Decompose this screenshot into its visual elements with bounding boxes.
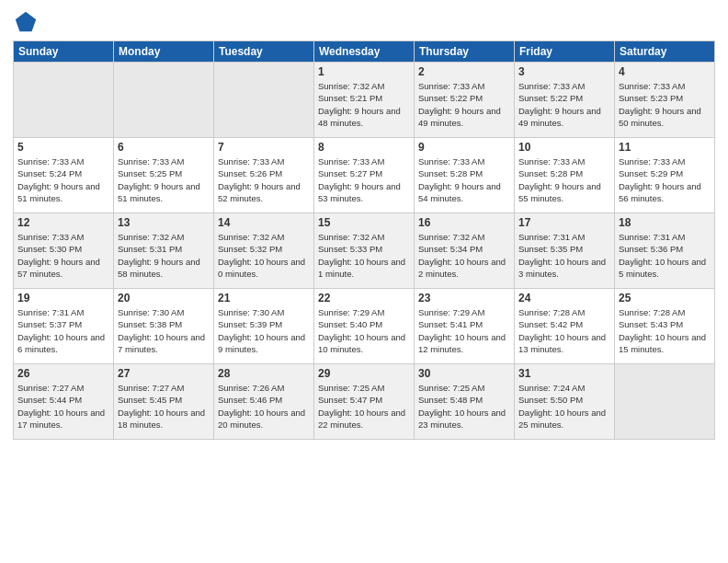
calendar-cell: 2Sunrise: 7:33 AM Sunset: 5:22 PM Daylig… xyxy=(415,63,515,138)
day-number: 17 xyxy=(518,216,610,229)
day-number: 18 xyxy=(619,216,711,229)
day-info: Sunrise: 7:25 AM Sunset: 5:48 PM Dayligh… xyxy=(418,382,510,431)
calendar-cell: 28Sunrise: 7:26 AM Sunset: 5:46 PM Dayli… xyxy=(214,364,314,440)
day-number: 9 xyxy=(418,141,510,154)
calendar-cell: 9Sunrise: 7:33 AM Sunset: 5:28 PM Daylig… xyxy=(415,138,515,213)
logo-icon xyxy=(13,9,39,35)
calendar-cell: 22Sunrise: 7:29 AM Sunset: 5:40 PM Dayli… xyxy=(314,289,415,364)
calendar-cell: 4Sunrise: 7:33 AM Sunset: 5:23 PM Daylig… xyxy=(615,63,715,138)
day-number: 24 xyxy=(518,292,610,304)
header xyxy=(13,9,715,35)
day-info: Sunrise: 7:31 AM Sunset: 5:35 PM Dayligh… xyxy=(518,231,610,280)
day-number: 21 xyxy=(218,292,310,304)
week-row-1: 1Sunrise: 7:32 AM Sunset: 5:21 PM Daylig… xyxy=(14,63,715,138)
calendar-cell: 14Sunrise: 7:32 AM Sunset: 5:32 PM Dayli… xyxy=(214,213,314,289)
calendar-cell: 13Sunrise: 7:32 AM Sunset: 5:31 PM Dayli… xyxy=(114,213,214,289)
calendar-cell xyxy=(114,63,214,138)
day-number: 22 xyxy=(318,292,410,304)
day-number: 19 xyxy=(17,292,109,304)
calendar-cell: 20Sunrise: 7:30 AM Sunset: 5:38 PM Dayli… xyxy=(114,289,214,364)
calendar-cell xyxy=(615,364,715,440)
day-number: 5 xyxy=(17,141,109,154)
page-container: SundayMondayTuesdayWednesdayThursdayFrid… xyxy=(0,0,728,563)
day-number: 2 xyxy=(418,65,510,78)
calendar: SundayMondayTuesdayWednesdayThursdayFrid… xyxy=(13,40,715,440)
weekday-header-wednesday: Wednesday xyxy=(314,41,415,63)
day-info: Sunrise: 7:33 AM Sunset: 5:30 PM Dayligh… xyxy=(17,231,109,280)
day-info: Sunrise: 7:32 AM Sunset: 5:34 PM Dayligh… xyxy=(418,231,510,280)
day-number: 26 xyxy=(17,367,109,380)
day-info: Sunrise: 7:33 AM Sunset: 5:25 PM Dayligh… xyxy=(118,155,210,204)
day-info: Sunrise: 7:24 AM Sunset: 5:50 PM Dayligh… xyxy=(518,382,610,431)
calendar-cell xyxy=(14,63,114,138)
calendar-cell: 3Sunrise: 7:33 AM Sunset: 5:22 PM Daylig… xyxy=(515,63,615,138)
calendar-cell: 8Sunrise: 7:33 AM Sunset: 5:27 PM Daylig… xyxy=(314,138,415,213)
calendar-cell: 23Sunrise: 7:29 AM Sunset: 5:41 PM Dayli… xyxy=(415,289,515,364)
calendar-cell: 5Sunrise: 7:33 AM Sunset: 5:24 PM Daylig… xyxy=(14,138,114,213)
day-info: Sunrise: 7:28 AM Sunset: 5:43 PM Dayligh… xyxy=(619,306,711,355)
day-number: 8 xyxy=(318,141,410,154)
weekday-header-tuesday: Tuesday xyxy=(214,41,314,63)
weekday-header-row: SundayMondayTuesdayWednesdayThursdayFrid… xyxy=(14,41,715,63)
day-info: Sunrise: 7:33 AM Sunset: 5:28 PM Dayligh… xyxy=(418,155,510,204)
day-info: Sunrise: 7:33 AM Sunset: 5:29 PM Dayligh… xyxy=(619,155,711,204)
calendar-cell: 31Sunrise: 7:24 AM Sunset: 5:50 PM Dayli… xyxy=(515,364,615,440)
day-number: 23 xyxy=(418,292,510,304)
calendar-cell xyxy=(214,63,314,138)
day-number: 12 xyxy=(17,216,109,229)
day-info: Sunrise: 7:29 AM Sunset: 5:41 PM Dayligh… xyxy=(418,306,510,355)
week-row-4: 19Sunrise: 7:31 AM Sunset: 5:37 PM Dayli… xyxy=(14,289,715,364)
day-info: Sunrise: 7:29 AM Sunset: 5:40 PM Dayligh… xyxy=(318,306,410,355)
day-info: Sunrise: 7:33 AM Sunset: 5:28 PM Dayligh… xyxy=(518,155,610,204)
calendar-cell: 17Sunrise: 7:31 AM Sunset: 5:35 PM Dayli… xyxy=(515,213,615,289)
weekday-header-sunday: Sunday xyxy=(14,41,114,63)
day-info: Sunrise: 7:32 AM Sunset: 5:31 PM Dayligh… xyxy=(118,231,210,280)
day-info: Sunrise: 7:33 AM Sunset: 5:23 PM Dayligh… xyxy=(619,80,711,129)
weekday-header-thursday: Thursday xyxy=(415,41,515,63)
calendar-cell: 25Sunrise: 7:28 AM Sunset: 5:43 PM Dayli… xyxy=(615,289,715,364)
weekday-header-monday: Monday xyxy=(114,41,214,63)
day-number: 29 xyxy=(318,367,410,380)
week-row-3: 12Sunrise: 7:33 AM Sunset: 5:30 PM Dayli… xyxy=(14,213,715,289)
day-number: 31 xyxy=(518,367,610,380)
calendar-cell: 18Sunrise: 7:31 AM Sunset: 5:36 PM Dayli… xyxy=(615,213,715,289)
calendar-cell: 12Sunrise: 7:33 AM Sunset: 5:30 PM Dayli… xyxy=(14,213,114,289)
day-number: 6 xyxy=(118,141,210,154)
day-info: Sunrise: 7:32 AM Sunset: 5:21 PM Dayligh… xyxy=(318,80,410,129)
day-number: 30 xyxy=(418,367,510,380)
calendar-cell: 21Sunrise: 7:30 AM Sunset: 5:39 PM Dayli… xyxy=(214,289,314,364)
day-number: 27 xyxy=(118,367,210,380)
calendar-cell: 24Sunrise: 7:28 AM Sunset: 5:42 PM Dayli… xyxy=(515,289,615,364)
day-number: 20 xyxy=(118,292,210,304)
day-number: 25 xyxy=(619,292,711,304)
calendar-cell: 10Sunrise: 7:33 AM Sunset: 5:28 PM Dayli… xyxy=(515,138,615,213)
logo xyxy=(13,9,42,35)
calendar-cell: 11Sunrise: 7:33 AM Sunset: 5:29 PM Dayli… xyxy=(615,138,715,213)
svg-marker-0 xyxy=(16,12,36,31)
day-info: Sunrise: 7:31 AM Sunset: 5:36 PM Dayligh… xyxy=(619,231,711,280)
calendar-cell: 29Sunrise: 7:25 AM Sunset: 5:47 PM Dayli… xyxy=(314,364,415,440)
day-number: 13 xyxy=(118,216,210,229)
day-info: Sunrise: 7:30 AM Sunset: 5:39 PM Dayligh… xyxy=(218,306,310,355)
day-number: 1 xyxy=(318,65,410,78)
day-number: 11 xyxy=(619,141,711,154)
day-number: 7 xyxy=(218,141,310,154)
calendar-cell: 27Sunrise: 7:27 AM Sunset: 5:45 PM Dayli… xyxy=(114,364,214,440)
calendar-cell: 15Sunrise: 7:32 AM Sunset: 5:33 PM Dayli… xyxy=(314,213,415,289)
calendar-cell: 26Sunrise: 7:27 AM Sunset: 5:44 PM Dayli… xyxy=(14,364,114,440)
calendar-cell: 1Sunrise: 7:32 AM Sunset: 5:21 PM Daylig… xyxy=(314,63,415,138)
day-info: Sunrise: 7:33 AM Sunset: 5:24 PM Dayligh… xyxy=(17,155,109,204)
calendar-cell: 7Sunrise: 7:33 AM Sunset: 5:26 PM Daylig… xyxy=(214,138,314,213)
day-info: Sunrise: 7:33 AM Sunset: 5:22 PM Dayligh… xyxy=(518,80,610,129)
day-info: Sunrise: 7:31 AM Sunset: 5:37 PM Dayligh… xyxy=(17,306,109,355)
day-info: Sunrise: 7:33 AM Sunset: 5:26 PM Dayligh… xyxy=(218,155,310,204)
weekday-header-friday: Friday xyxy=(515,41,615,63)
calendar-cell: 6Sunrise: 7:33 AM Sunset: 5:25 PM Daylig… xyxy=(114,138,214,213)
day-info: Sunrise: 7:25 AM Sunset: 5:47 PM Dayligh… xyxy=(318,382,410,431)
day-info: Sunrise: 7:33 AM Sunset: 5:22 PM Dayligh… xyxy=(418,80,510,129)
week-row-2: 5Sunrise: 7:33 AM Sunset: 5:24 PM Daylig… xyxy=(14,138,715,213)
day-info: Sunrise: 7:32 AM Sunset: 5:32 PM Dayligh… xyxy=(218,231,310,280)
day-number: 14 xyxy=(218,216,310,229)
day-info: Sunrise: 7:26 AM Sunset: 5:46 PM Dayligh… xyxy=(218,382,310,431)
day-info: Sunrise: 7:27 AM Sunset: 5:45 PM Dayligh… xyxy=(118,382,210,431)
